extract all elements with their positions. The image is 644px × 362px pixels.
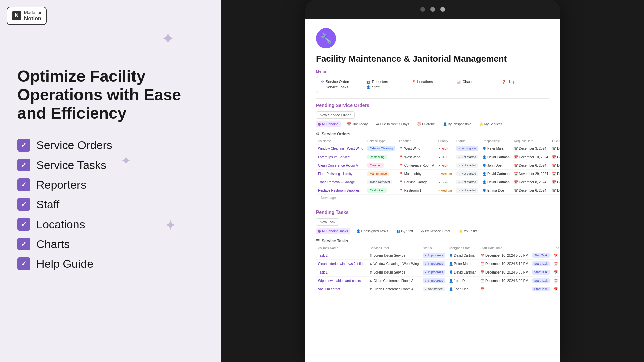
order-priority: Medium [436, 186, 454, 195]
menu-item-reporters[interactable]: 👥 Reporters [366, 80, 409, 84]
menu-item-help[interactable]: ❓ Help [502, 80, 544, 84]
task-staff: 👤 John Doe [447, 285, 478, 293]
task-start-btn[interactable]: Start Task [530, 251, 552, 260]
menu-item-service-orders[interactable]: ⚙ Service Orders [321, 80, 364, 84]
task-name: Clean exterior windows 2st floor [316, 260, 368, 268]
filter-unassigned-tasks[interactable]: 👤 Unassigned Tasks [354, 228, 390, 234]
reporters-label: Reporters [372, 80, 388, 84]
task-start-btn[interactable]: Start Task [530, 268, 552, 277]
filter-my-services[interactable]: ⭐ My Services [477, 121, 504, 127]
checklist-item-service-orders: Service Orders [17, 139, 204, 152]
orders-filter-bar: All Pending 📅 Due Today ⏭ Due In Next 7 … [316, 121, 549, 127]
task-service-order: ⚙ Clean Conference Room A [368, 277, 421, 285]
check-icon-staff [17, 198, 30, 211]
left-panel: N Made for Notion ✦ ✦ ✦ Optimize Facilit… [0, 0, 221, 362]
pending-orders-heading: Pending Service Orders [316, 103, 549, 108]
tablet-top-bar [305, 0, 560, 19]
right-panel: 🔧 Facility Maintenance & Janitorial Mana… [221, 0, 644, 362]
table-row[interactable]: Wipe down tables and chairs ⚙ Clean Conf… [316, 277, 560, 285]
checklist-item-service-tasks: Service Tasks [17, 159, 204, 172]
filter-overdue[interactable]: ⏰ Overdue [415, 121, 437, 127]
menu-item-staff[interactable]: 👤 Staff [366, 85, 409, 89]
task-service-order: ⚙ Lorem Ipsum Service [368, 268, 421, 277]
task-service-order: ⚙ Lorem Ipsum Service [368, 251, 421, 260]
menu-item-charts[interactable]: 📊 Charts [457, 80, 499, 84]
pending-tasks-section: Pending Tasks New Task All Pending Tasks… [316, 209, 549, 293]
table-row[interactable]: Task 1 ⚙ Lorem Ipsum Service In progress… [316, 268, 560, 277]
order-request-date: 📅 December 8, 2024 [512, 178, 550, 186]
task-status: In progress [421, 277, 447, 285]
new-service-order-button[interactable]: New Service Order [316, 111, 355, 119]
order-due-date: 📅 December 13, 2024 [550, 170, 560, 178]
task-start-btn[interactable]: Start Task [530, 277, 552, 285]
order-service-type: Trash Removal [365, 178, 397, 186]
table-row[interactable]: Task 2 ⚙ Lorem Ipsum Service In progress… [316, 251, 560, 260]
order-due-date: 📅 December 14, 2024 [550, 178, 560, 186]
menu-label: Menu [316, 69, 549, 73]
col-service-type: Service Type [365, 138, 397, 144]
order-responsible: 👤 John Doe [480, 161, 512, 170]
hero-title: Optimize Facility Operations with Ease a… [17, 67, 204, 123]
notion-label: Notion [24, 15, 41, 22]
checklist-item-locations: Locations [17, 218, 204, 231]
service-orders-icon: ⚙ [321, 80, 324, 84]
notion-badge[interactable]: N Made for Notion [7, 7, 47, 25]
filter-by-staff[interactable]: 👥 By Staff [394, 228, 415, 234]
order-name: Trash Removal - Garage [316, 178, 365, 186]
filter-due-today[interactable]: 📅 Due Today [345, 121, 370, 127]
filter-dot-1 [318, 123, 321, 126]
task-start-btn[interactable]: Start Task [530, 260, 552, 268]
table-row[interactable]: Clean exterior windows 2st floor ⚙ Windo… [316, 260, 560, 268]
tablet-frame: 🔧 Facility Maintenance & Janitorial Mana… [305, 0, 560, 362]
menu-item-service-tasks[interactable]: ☰ Service Tasks [321, 85, 364, 89]
order-service-type: Restocking [365, 186, 397, 195]
table-row[interactable]: Window Cleaning - West Wing Exterior Cle… [316, 144, 560, 153]
check-icon-reporters [17, 178, 30, 191]
table-row[interactable]: Replace Restroom Supplies Restocking 📍 R… [316, 186, 560, 195]
task-col-start-action [530, 245, 552, 251]
task-end-date: 📅 [552, 285, 560, 293]
charts-label: Charts [462, 80, 473, 84]
order-priority: High [436, 161, 454, 170]
new-task-button[interactable]: New Task [316, 218, 339, 226]
filter-my-tasks[interactable]: ⭐ My Tasks [457, 228, 479, 234]
filter-due-next-7[interactable]: ⏭ Due In Next 7 Days [374, 121, 411, 127]
filter-all-pending[interactable]: All Pending [316, 121, 341, 127]
page-title: Facility Maintenance & Janitorial Manage… [316, 54, 549, 64]
filter-all-pending-tasks[interactable]: All Pending Tasks [316, 228, 350, 234]
menu-item-locations[interactable]: 📍 Locations [412, 80, 454, 84]
task-start-date: 📅 December 10, 2024 5:12 PM [478, 260, 530, 268]
order-status: Not started [454, 161, 480, 170]
col-request-date: Request Date [512, 138, 550, 144]
filter-by-responsible[interactable]: 👤 By Responsible [441, 121, 473, 127]
order-status: Not started [454, 153, 480, 161]
order-priority: High [436, 144, 454, 153]
table-row[interactable]: Lorem Ipsum Service Restocking 📍 West Wi… [316, 153, 560, 161]
order-name: Floor Polishing - Lobby [316, 170, 365, 178]
task-name: Task 1 [316, 268, 368, 277]
deco-cross-1: ✦ [161, 30, 175, 47]
new-page-link-orders[interactable]: New page [316, 195, 549, 201]
checklist-label-reporters: Reporters [36, 178, 86, 191]
table-row[interactable]: Clean Conference Room A Cleaning 📍 Confe… [316, 161, 560, 170]
table-row[interactable]: Trash Removal - Garage Trash Removal 📍 P… [316, 178, 560, 186]
task-status: In progress [421, 251, 447, 260]
order-due-date: 📅 December 11, 2024 [550, 161, 560, 170]
table-row[interactable]: Vacuum carpet ⚙ Clean Conference Room A … [316, 285, 560, 293]
menu-grid: ⚙ Service Orders 👥 Reporters 📍 Locations [316, 76, 549, 93]
service-tasks-table: As Task Name Service Order Status Assign… [316, 245, 560, 293]
task-end-date: 📅 [552, 251, 560, 260]
order-due-date: 📅 December 10, 2024 [550, 153, 560, 161]
table-row[interactable]: Floor Polishing - Lobby Maintenance 📍 Ma… [316, 170, 560, 178]
filter-by-service-order[interactable]: ⚙ By Service Order [419, 228, 452, 234]
checklist-label-charts: Charts [36, 238, 70, 251]
task-name: Task 2 [316, 251, 368, 260]
task-col-start: Start Date Time [478, 245, 530, 251]
order-status: Not started [454, 170, 480, 178]
task-end-date: 📅 [552, 277, 560, 285]
task-col-name: As Task Name [316, 245, 368, 251]
task-staff: 👤 John Doe [447, 277, 478, 285]
task-name: Vacuum carpet [316, 285, 368, 293]
task-start-btn[interactable]: Start Task [530, 285, 552, 293]
table-header-row: As Name Service Type Location Priority S… [316, 138, 560, 144]
